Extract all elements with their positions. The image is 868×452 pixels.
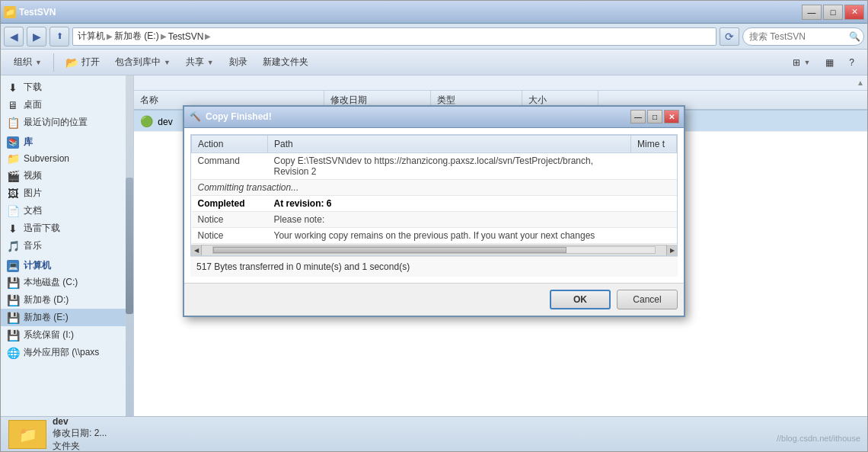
ok-button[interactable]: OK <box>550 290 611 309</box>
table-row: Notice Please note: <box>192 211 677 227</box>
col-path-label: Path <box>274 139 293 149</box>
ok-label: OK <box>573 294 587 305</box>
row-path-notice-1: Please note: <box>268 211 631 227</box>
row-mime-notice-2 <box>631 227 677 243</box>
scroll-track <box>212 246 656 254</box>
dialog-overlay: 🔨 Copy Finished! — □ ✕ Action <box>0 0 868 452</box>
row-mime-completed <box>631 195 677 211</box>
scroll-right-button[interactable]: ▶ <box>666 245 677 255</box>
transfer-info: 517 Bytes transferred in 0 minute(s) and… <box>196 261 410 272</box>
dialog-minimize-button[interactable]: — <box>630 110 646 123</box>
dialog-horizontal-scrollbar[interactable]: ◀ ▶ <box>191 245 677 255</box>
table-row: Committing transaction... <box>192 179 677 195</box>
dialog-status: 517 Bytes transferred in 0 minute(s) and… <box>190 256 678 277</box>
row-mime-notice-1 <box>631 211 677 227</box>
dialog-close-button[interactable]: ✕ <box>664 110 679 123</box>
col-path-header: Path <box>268 135 631 152</box>
row-committing-text: Committing transaction... <box>192 179 677 195</box>
dialog-maximize-button[interactable]: □ <box>647 110 662 123</box>
row-action-notice-1: Notice <box>192 211 268 227</box>
col-action-header: Action <box>192 135 268 152</box>
table-row: Notice Your working copy remains on the … <box>192 227 677 243</box>
row-path-completed: At revision: 6 <box>268 195 631 211</box>
dialog-footer: OK Cancel <box>184 283 684 316</box>
dialog-table: Action Path Mime t <box>191 135 677 256</box>
table-row: Command Copy E:\TestSVN\dev to https://z… <box>192 152 677 179</box>
row-mime-command <box>631 152 677 179</box>
col-mime-header: Mime t <box>631 135 677 152</box>
row-action-completed: Completed <box>192 195 268 211</box>
scroll-left-button[interactable]: ◀ <box>191 245 202 255</box>
dialog-title-icon: 🔨 <box>189 111 201 123</box>
cancel-label: Cancel <box>633 294 661 305</box>
dialog-scroll-area: Action Path Mime t <box>190 134 678 256</box>
dialog-title-buttons: — □ ✕ <box>630 110 679 123</box>
row-action-command: Command <box>192 152 268 179</box>
row-path-command: Copy E:\TestSVN\dev to https://zhanzicon… <box>268 152 631 179</box>
dialog-title-text: Copy Finished! <box>206 111 630 122</box>
scroll-thumb <box>213 247 566 253</box>
col-mime-label: Mime t <box>637 139 665 149</box>
copy-finished-dialog: 🔨 Copy Finished! — □ ✕ Action <box>183 105 685 317</box>
dialog-title-bar: 🔨 Copy Finished! — □ ✕ <box>184 107 684 128</box>
col-action-label: Action <box>198 139 223 149</box>
row-action-notice-2: Notice <box>192 227 268 243</box>
row-path-notice-2: Your working copy remains on the previou… <box>268 227 631 243</box>
cancel-button[interactable]: Cancel <box>617 290 678 309</box>
dialog-body: Action Path Mime t <box>184 128 684 283</box>
table-row: Completed At revision: 6 <box>192 195 677 211</box>
